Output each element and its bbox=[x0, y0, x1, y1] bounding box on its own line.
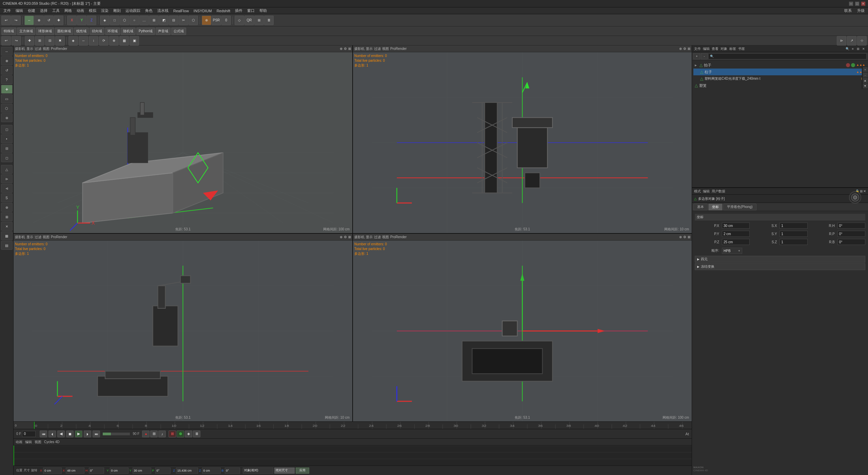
play-reverse-btn[interactable]: ◀ bbox=[57, 431, 65, 437]
attr-px-input[interactable]: 30 cm bbox=[722, 223, 750, 229]
tb2-random-domain[interactable]: 随机域 bbox=[121, 27, 136, 35]
anim-menu-cycles[interactable]: Cycles 4D bbox=[44, 440, 60, 444]
menu-select[interactable]: 选择 bbox=[38, 7, 50, 14]
coord-z-pos[interactable]: 15.436 cm bbox=[177, 469, 192, 472]
menu-motion-track[interactable]: 运动跟踪 bbox=[123, 7, 142, 14]
tb2-linear-domain[interactable]: 线性域 bbox=[74, 27, 89, 35]
menu-char[interactable]: 角色 bbox=[143, 7, 155, 14]
vp-front-view[interactable]: 视图 bbox=[382, 46, 389, 51]
vp-front-settings[interactable]: ⚙ bbox=[683, 47, 686, 51]
tool-t8[interactable]: ▦ bbox=[1, 231, 13, 240]
mode8-btn[interactable]: ⊟ bbox=[169, 16, 178, 25]
vp-right-zoom-fit[interactable]: ⊠ bbox=[348, 235, 351, 239]
timeline-ruler[interactable]: 0 2 4 6 8 10 12 14 16 18 20 bbox=[34, 422, 692, 429]
viewport-right[interactable]: 摄影机 显示 过滤 视图 ProRender ⊕ ⚙ ⊠ bbox=[14, 234, 352, 421]
vp-right-prorender[interactable]: ProRender bbox=[51, 235, 67, 239]
dot-red-paizi[interactable] bbox=[846, 63, 850, 67]
attr-sy-value[interactable]: 1 bbox=[781, 232, 783, 236]
anim-menu-view[interactable]: 视图 bbox=[35, 440, 41, 444]
tool-help[interactable]: ? bbox=[1, 75, 13, 84]
om-side-btn2[interactable]: - bbox=[863, 73, 868, 77]
tree-item-zhuz[interactable]: △ 柱子 ▲▲▲ bbox=[693, 69, 867, 75]
mode1-btn[interactable]: ◈ bbox=[100, 16, 110, 25]
attr-expand-icon[interactable]: ⊞ bbox=[860, 189, 863, 193]
coord-z-size[interactable]: 0 cm bbox=[203, 469, 210, 472]
tool-edge[interactable]: ⊟ bbox=[1, 144, 13, 153]
render-btn[interactable]: ⊞ bbox=[169, 431, 176, 437]
coord-b-rot[interactable]: 0° bbox=[226, 469, 229, 472]
tool-poly[interactable]: ◻ bbox=[1, 153, 13, 162]
render2-btn[interactable]: ⊛ bbox=[177, 431, 184, 437]
om-view[interactable]: 查看 bbox=[712, 46, 718, 51]
tool-t3[interactable]: ⊲ bbox=[1, 184, 13, 193]
om-search-field[interactable]: 🔍 bbox=[708, 53, 867, 59]
viewport-right-content[interactable]: Number of emitters: 0 Total live particl… bbox=[14, 241, 352, 421]
attr-menu-userdata[interactable]: 用户数据 bbox=[712, 189, 725, 194]
menu-animation[interactable]: 动画 bbox=[75, 7, 86, 14]
mode3-btn[interactable]: ⬡ bbox=[120, 16, 129, 25]
tool-rotate[interactable]: ↺ bbox=[1, 66, 13, 75]
coord-x-pos[interactable]: 0 cm bbox=[44, 469, 51, 472]
add-btn[interactable]: ✚ bbox=[54, 16, 63, 25]
tool-brush[interactable]: ⊛ bbox=[1, 113, 13, 122]
vp-front-expand[interactable]: ⊕ bbox=[679, 47, 682, 51]
play-btn[interactable]: ▶ bbox=[75, 431, 82, 437]
tb2-env-domain[interactable]: 环境域 bbox=[105, 27, 120, 35]
tb3-right2[interactable]: ↗ bbox=[847, 36, 856, 45]
attr-sy-input[interactable]: 1 bbox=[780, 231, 807, 237]
tool-t5[interactable]: ⊛ bbox=[1, 203, 13, 212]
mode4-btn[interactable]: ○ bbox=[130, 16, 139, 25]
mode7-btn[interactable]: ◩ bbox=[159, 16, 169, 25]
om-close-icon[interactable]: ✕ bbox=[861, 46, 866, 51]
vp-persp-view[interactable]: 视图 bbox=[43, 46, 50, 51]
menu-simulate[interactable]: 模拟 bbox=[87, 7, 98, 14]
vp-persp-settings[interactable]: ⚙ bbox=[344, 47, 347, 51]
tb2-formula-domain[interactable]: 公式域 bbox=[171, 27, 186, 35]
vp-top-filter[interactable]: 过滤 bbox=[374, 235, 381, 240]
tb2-special-domain[interactable]: 特殊域 bbox=[1, 27, 16, 35]
tool-t6[interactable]: ⊞ bbox=[1, 212, 13, 221]
move-btn[interactable]: ↔ bbox=[24, 16, 34, 25]
coord-y-pos[interactable]: 0 cm bbox=[111, 469, 118, 472]
vp-top-settings[interactable]: ⚙ bbox=[683, 235, 686, 239]
psr-num-btn[interactable]: 0 bbox=[221, 16, 231, 25]
vp-front-prorender[interactable]: ProRender bbox=[390, 47, 407, 51]
psr-btn[interactable]: PSR bbox=[212, 16, 221, 25]
tb3-right3[interactable]: ⊹ bbox=[857, 36, 867, 45]
tree-item-cage[interactable]: △ 塑料网笼箱C4D光泽度下载_240mm t bbox=[693, 75, 867, 82]
menu-window[interactable]: 窗口 bbox=[245, 7, 257, 14]
om-bookmarks[interactable]: 书签 bbox=[738, 46, 745, 51]
attr-sz-value[interactable]: 1 bbox=[781, 240, 783, 244]
menu-edit[interactable]: 编辑 bbox=[14, 7, 25, 14]
rotate-btn[interactable]: ↺ bbox=[44, 16, 54, 25]
menu-pipeline[interactable]: 流水线 bbox=[155, 7, 171, 14]
tb3-diamond[interactable]: ◈ bbox=[68, 36, 78, 45]
attr-rh-input[interactable]: 0° bbox=[837, 223, 865, 229]
attr-pz-input[interactable]: 25 cm bbox=[722, 239, 750, 245]
attr-tab-coord[interactable]: 坐标 bbox=[708, 204, 723, 210]
tb3-dotgrid[interactable]: ▦ bbox=[119, 36, 129, 45]
tb3-rotate[interactable]: ⟳ bbox=[99, 36, 108, 45]
attr-section-freeze[interactable]: ▶ 冻结变换 bbox=[695, 263, 865, 270]
attr-section-quat[interactable]: ▶ 四元 bbox=[695, 256, 865, 263]
attr-menu-mode[interactable]: 模式 bbox=[694, 189, 701, 194]
coord-p-rot[interactable]: 0° bbox=[157, 469, 160, 472]
vp-top-expand[interactable]: ⊕ bbox=[679, 235, 682, 239]
anim-menu-animation[interactable]: 动画 bbox=[16, 440, 22, 444]
axis-x-btn[interactable]: X bbox=[67, 16, 77, 25]
om-objects[interactable]: 对象 bbox=[721, 46, 727, 51]
snap-btn[interactable]: ⊕ bbox=[202, 16, 211, 25]
tb2-cylinder-domain[interactable]: 圆柱体域 bbox=[55, 27, 73, 35]
attr-tab-basic[interactable]: 基本 bbox=[693, 204, 708, 210]
tb3-redo[interactable]: ↪ bbox=[12, 36, 21, 45]
vp-top-prorender[interactable]: ProRender bbox=[390, 235, 407, 239]
anim-menu-edit[interactable]: 编辑 bbox=[25, 440, 32, 444]
vp-right-display[interactable]: 显示 bbox=[26, 235, 33, 240]
om-search-icon[interactable]: 🔍 bbox=[845, 46, 850, 51]
tool-scale[interactable]: ⊕ bbox=[1, 56, 13, 65]
vp-persp-zoom-fit[interactable]: ⊠ bbox=[348, 47, 351, 51]
render3-btn[interactable]: ◈ bbox=[185, 431, 192, 437]
next-frame-btn[interactable]: ⏵ bbox=[84, 431, 91, 437]
tb3-minus[interactable]: ⊟ bbox=[45, 36, 55, 45]
tb3-sq[interactable]: ▣ bbox=[130, 36, 139, 45]
